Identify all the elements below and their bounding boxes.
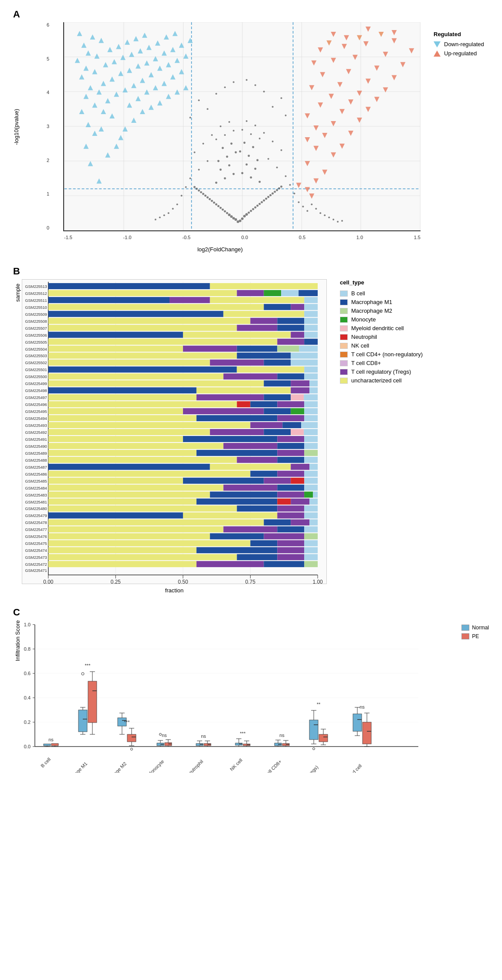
svg-text:Neutrophil: Neutrophil (185, 759, 204, 773)
svg-point-202 (263, 91, 265, 92)
svg-marker-240 (353, 55, 358, 60)
svg-rect-328 (48, 387, 197, 393)
svg-text:Macrophage M1: Macrophage M1 (60, 761, 88, 773)
svg-rect-419 (48, 533, 210, 539)
svg-text:GSM225505: GSM225505 (25, 340, 47, 345)
svg-rect-348 (197, 415, 277, 421)
legend-myeloid: Myeloid dendritic cell (340, 325, 423, 331)
svg-rect-344 (264, 408, 291, 414)
svg-rect-378 (291, 464, 309, 470)
svg-point-146 (226, 155, 228, 158)
svg-marker-92 (77, 31, 82, 36)
legend-bcell: B cell (340, 290, 423, 297)
svg-point-141 (254, 168, 256, 170)
svg-marker-211 (305, 161, 310, 166)
barplot-legend-title: cell_type (340, 279, 423, 286)
svg-marker-217 (348, 131, 353, 136)
svg-point-147 (248, 155, 250, 157)
svg-rect-343 (183, 408, 264, 414)
svg-rect-426 (304, 540, 318, 546)
svg-text:GSM225502: GSM225502 (25, 361, 47, 365)
svg-marker-241 (383, 52, 388, 57)
svg-point-97 (241, 217, 244, 220)
svg-rect-280 (170, 297, 210, 303)
svg-text:GSM225483: GSM225483 (25, 493, 47, 497)
svg-rect-290 (48, 318, 251, 324)
svg-rect-374 (277, 457, 304, 463)
monocyte-color (340, 317, 348, 323)
svg-point-182 (172, 208, 174, 210)
svg-text:GSM225512: GSM225512 (25, 291, 47, 296)
up-regulated-points (296, 27, 414, 199)
svg-text:GSM225506: GSM225506 (25, 333, 47, 338)
svg-rect-394 (210, 492, 278, 498)
svg-text:ns: ns (48, 737, 54, 742)
svg-marker-249 (296, 182, 301, 188)
svg-text:GSM225491: GSM225491 (25, 437, 47, 442)
svg-point-137 (250, 176, 252, 179)
nkcell-color (340, 343, 348, 349)
svg-point-164 (211, 134, 213, 136)
svg-rect-377 (210, 464, 291, 470)
svg-rect-398 (48, 499, 197, 505)
svg-rect-406 (304, 506, 318, 512)
svg-point-194 (159, 216, 161, 218)
volcano-x-ticks: -1.5 -1.0 -0.5 0.0 0.5 1.0 1.5 (64, 235, 421, 240)
svg-text:ns: ns (360, 704, 365, 710)
svg-marker-38 (84, 94, 89, 99)
svg-rect-396 (304, 492, 313, 498)
svg-marker-250 (331, 32, 336, 37)
svg-rect-393 (48, 492, 210, 498)
svg-rect-275 (237, 290, 264, 296)
svg-marker-44 (122, 87, 128, 92)
svg-marker-75 (86, 51, 91, 56)
svg-marker-230 (309, 85, 314, 90)
svg-rect-418 (304, 526, 318, 532)
svg-rect-400 (277, 499, 291, 505)
svg-marker-27 (131, 118, 136, 123)
svg-marker-26 (86, 122, 91, 127)
svg-marker-72 (94, 54, 99, 59)
svg-point-180 (176, 203, 178, 205)
svg-text:GSM225471: GSM225471 (25, 568, 47, 573)
svg-rect-386 (264, 478, 291, 484)
svg-rect-516 (88, 681, 97, 723)
panel-a-label: A (13, 9, 489, 20)
svg-marker-238 (311, 61, 316, 66)
tregs-label: T cell regulatory (Tregs) (351, 368, 411, 375)
svg-marker-90 (142, 33, 147, 38)
svg-point-163 (246, 120, 248, 122)
svg-marker-39 (166, 94, 171, 99)
svg-rect-283 (48, 304, 264, 310)
svg-rect-326 (291, 380, 309, 386)
svg-rect-304 (304, 339, 318, 345)
svg-marker-226 (374, 97, 380, 102)
svg-rect-311 (237, 353, 291, 359)
svg-rect-353 (282, 422, 301, 428)
svg-text:GSM225510: GSM225510 (25, 305, 47, 310)
svg-marker-256 (379, 32, 384, 37)
svg-point-149 (239, 150, 241, 152)
svg-marker-18 (88, 161, 93, 166)
boxplot-svg: 1.0 0.8 0.6 0.4 0.2 0.0 (22, 620, 423, 773)
svg-marker-252 (392, 30, 397, 35)
svg-rect-380 (48, 471, 251, 477)
svg-rect-417 (277, 526, 304, 532)
svg-rect-285 (291, 304, 304, 310)
svg-rect-305 (48, 346, 183, 352)
svg-point-152 (231, 142, 233, 145)
svg-rect-286 (304, 304, 318, 310)
svg-rect-358 (291, 429, 304, 435)
svg-rect-404 (237, 506, 278, 512)
svg-text:GSM225480: GSM225480 (25, 507, 47, 511)
svg-rect-347 (48, 415, 197, 421)
svg-rect-384 (48, 478, 183, 484)
svg-rect-289 (304, 311, 318, 317)
svg-marker-88 (164, 34, 169, 40)
svg-marker-23 (118, 135, 123, 140)
legend-pe: PE (461, 633, 489, 639)
tcd8-color (340, 360, 348, 366)
svg-text:GSM225481: GSM225481 (25, 500, 47, 504)
svg-point-181 (298, 201, 299, 203)
svg-marker-34 (92, 102, 97, 108)
